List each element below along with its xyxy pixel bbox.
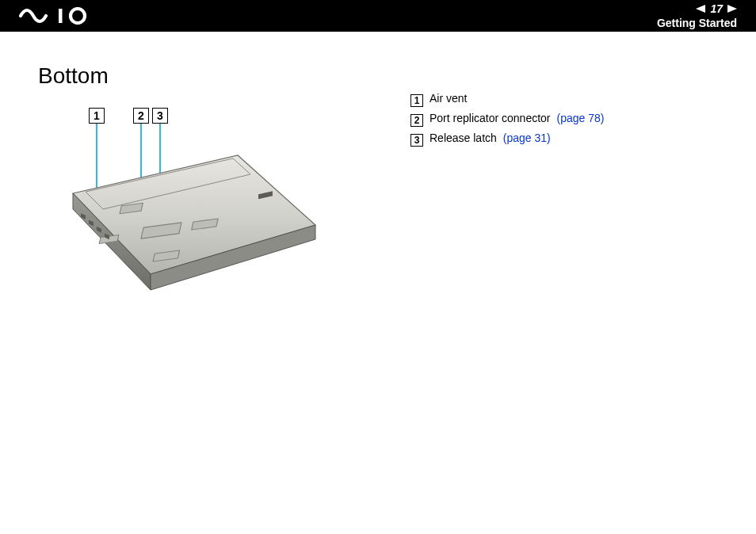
- svg-marker-4: [73, 155, 315, 274]
- vaio-logo: [19, 0, 106, 32]
- page-nav: 17: [696, 2, 737, 15]
- svg-marker-2: [696, 5, 705, 13]
- callout-1: 1: [89, 108, 105, 124]
- legend-number: 3: [410, 134, 423, 147]
- next-page-arrow-icon[interactable]: [727, 2, 737, 15]
- callout-2: 2: [133, 108, 149, 124]
- legend-number: 2: [410, 114, 423, 127]
- legend-label: Release latch: [430, 132, 497, 144]
- legend: 1 Air vent 2 Port replicator connector (…: [410, 92, 604, 314]
- page-title: Bottom: [38, 63, 379, 89]
- legend-label: Air vent: [430, 92, 467, 105]
- page-link[interactable]: (page 78): [557, 112, 605, 124]
- diagram: 1 2 3: [54, 108, 355, 314]
- legend-number: 1: [410, 94, 423, 107]
- prev-page-arrow-icon[interactable]: [696, 2, 705, 15]
- svg-marker-3: [727, 5, 737, 13]
- legend-item: 3 Release latch (page 31): [410, 132, 604, 145]
- page-link[interactable]: (page 31): [503, 132, 551, 144]
- callout-3: 3: [152, 108, 168, 124]
- svg-point-1: [71, 9, 85, 23]
- device-illustration: [54, 149, 323, 307]
- legend-item: 2 Port replicator connector (page 78): [410, 112, 604, 125]
- svg-rect-0: [59, 9, 63, 23]
- section-title: Getting Started: [657, 17, 737, 29]
- legend-item: 1 Air vent: [410, 92, 604, 105]
- header-bar: 17 Getting Started: [0, 0, 756, 32]
- diagram-callouts: 1 2 3: [89, 108, 168, 124]
- page-number: 17: [710, 2, 723, 15]
- content: Bottom 1 2 3: [0, 32, 756, 314]
- legend-label: Port replicator connector: [430, 112, 551, 124]
